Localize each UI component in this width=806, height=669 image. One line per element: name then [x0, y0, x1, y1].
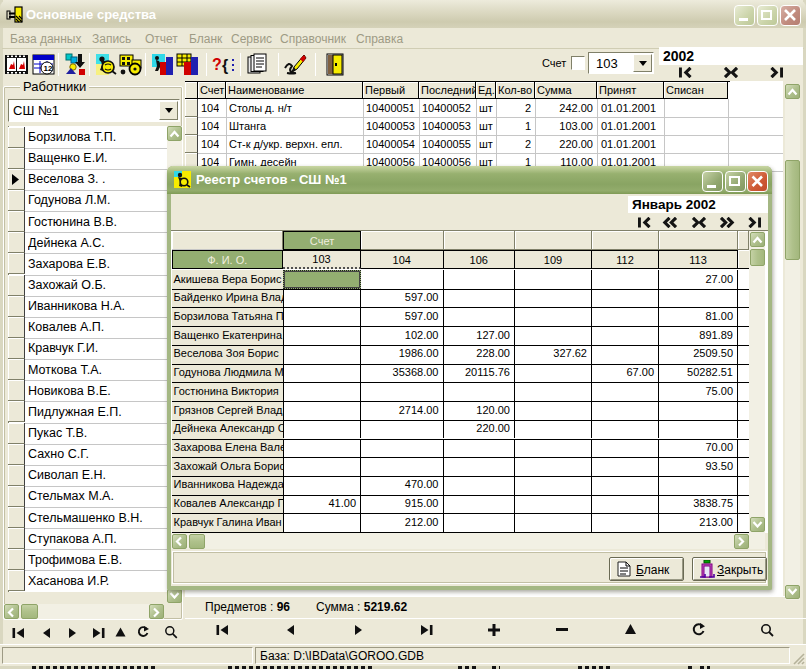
svg-text:12: 12 — [44, 64, 53, 73]
svg-text:{: { — [222, 57, 228, 74]
svg-text:?: ? — [212, 56, 222, 73]
